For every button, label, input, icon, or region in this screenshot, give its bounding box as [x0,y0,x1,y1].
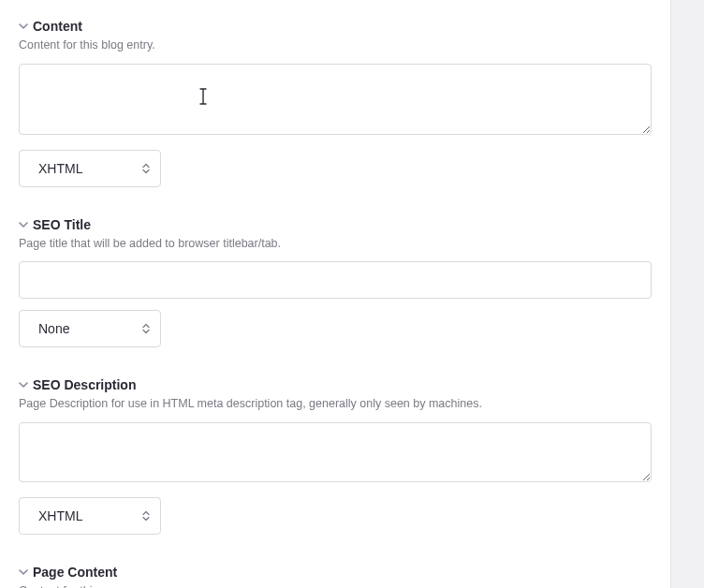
section-description-page-content: Content for this page. [19,583,652,589]
chevron-down-icon [19,567,28,577]
section-page-content: Page Content Content for this page. [0,548,670,589]
content-format-select-wrap: XHTML [19,150,161,187]
seo-description-format-select-wrap: XHTML [19,497,161,535]
seo-title-format-select-wrap: None [19,310,161,347]
seo-title-input[interactable] [19,261,652,299]
section-title-content: Content [33,19,82,34]
chevron-down-icon [19,22,28,31]
section-content: Content Content for this blog entry. XHT… [0,0,670,200]
chevron-down-icon [19,380,28,390]
chevron-down-icon [19,220,28,229]
section-description-seo-description: Page Description for use in HTML meta de… [19,396,652,413]
right-panel-strip [670,0,704,588]
section-header-content[interactable]: Content [19,19,652,34]
section-header-page-content[interactable]: Page Content [19,565,652,580]
form-panel: Content Content for this blog entry. XHT… [0,0,670,588]
content-format-select[interactable]: XHTML [19,150,161,187]
section-header-seo-description[interactable]: SEO Description [19,377,652,392]
section-seo-description: SEO Description Page Description for use… [0,360,670,548]
seo-description-format-select[interactable]: XHTML [19,497,161,535]
seo-description-textarea[interactable] [19,422,652,482]
section-title-seo-description: SEO Description [33,377,136,392]
content-textarea[interactable] [19,64,652,135]
seo-title-format-select[interactable]: None [19,310,161,347]
section-title-seo-title: SEO Title [33,217,91,232]
section-description-seo-title: Page title that will be added to browser… [19,236,652,253]
section-title-page-content: Page Content [33,565,117,580]
section-header-seo-title[interactable]: SEO Title [19,217,652,232]
section-description-content: Content for this blog entry. [19,37,652,54]
section-seo-title: SEO Title Page title that will be added … [0,200,670,361]
